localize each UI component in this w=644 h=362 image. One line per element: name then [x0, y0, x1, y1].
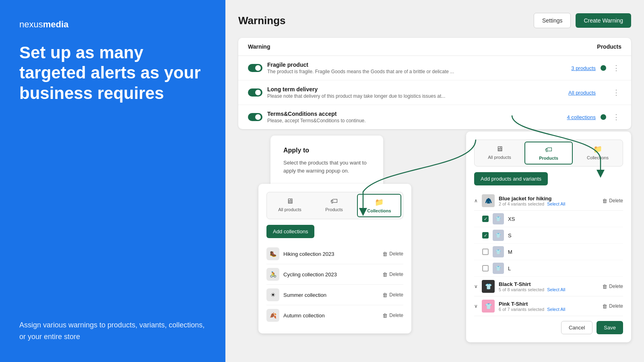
- delete-summer-button[interactable]: 🗑 Delete: [382, 292, 403, 298]
- trash-icon-jacket: 🗑: [602, 198, 607, 204]
- delete-pink-button[interactable]: 🗑 Delete: [602, 303, 623, 309]
- right-panel: Warnings Settings Create Warning Warning…: [225, 0, 644, 362]
- delete-label: Delete: [389, 313, 403, 318]
- warning-info-terms: Terms&Conditions accept Please, accept T…: [267, 111, 551, 123]
- product-item-jacket: ∧ 🧥 Blue jacket for hiking 2 of 4 varian…: [474, 191, 623, 211]
- create-warning-button[interactable]: Create Warning: [576, 13, 631, 28]
- variant-row-l: 👕 L: [474, 260, 623, 277]
- collection-name-cycling: Cycling collection 2023: [283, 272, 378, 278]
- toggle-delivery[interactable]: [248, 88, 262, 97]
- jacket-name: Blue jacket for hiking: [499, 195, 598, 202]
- delete-cycling-button[interactable]: 🗑 Delete: [382, 272, 403, 278]
- warning-desc-terms: Please, accept Terms&Conditions to conti…: [267, 118, 525, 123]
- trash-icon-pink: 🗑: [602, 303, 607, 309]
- add-collections-button[interactable]: Add collections: [266, 225, 314, 238]
- top-actions: Settings Create Warning: [534, 13, 631, 28]
- top-bar: Warnings Settings Create Warning: [238, 13, 631, 28]
- logo-bold: media: [43, 19, 69, 29]
- collection-item: 🥾 Hiking collection 2023 🗑 Delete: [266, 244, 403, 264]
- delete-pink-label: Delete: [609, 303, 623, 309]
- jacket-variants: 2 of 4 variants selected Select All: [499, 202, 598, 206]
- warning-info-fragile: Fragile product The product is fragile. …: [267, 62, 551, 74]
- delete-label: Delete: [389, 292, 403, 298]
- chevron-up-jacket[interactable]: ∧: [474, 198, 478, 204]
- sub-text: Assign various warnings to products, var…: [19, 319, 206, 343]
- trash-icon: 🗑: [382, 292, 388, 298]
- tab-all-products-prod[interactable]: 🖥 All products: [476, 142, 523, 165]
- products-col-header: Products: [597, 43, 621, 50]
- collection-name-hiking: Hiking collection 2023: [283, 251, 378, 257]
- warning-name-terms: Terms&Conditions accept: [267, 111, 551, 117]
- delete-autumn-button[interactable]: 🗑 Delete: [382, 313, 403, 319]
- collection-name-summer: Summer collection: [283, 292, 378, 298]
- variant-row-s: ✓ 👕 S: [474, 227, 623, 244]
- checkbox-s[interactable]: ✓: [482, 232, 489, 239]
- tab-products-prod[interactable]: 🏷 Products: [524, 142, 573, 165]
- tab-products-coll[interactable]: 🏷 Products: [313, 194, 355, 217]
- variant-label-m: M: [508, 249, 623, 255]
- warning-desc-fragile: The product is fragile. Fragile Goods me…: [267, 69, 525, 74]
- variant-label-l: L: [508, 265, 623, 272]
- product-item-pink-tshirt: ∨ 👕 Pink T-Shirt 6 of 7 variants selecte…: [474, 296, 623, 316]
- menu-dots-delivery[interactable]: ⋮: [611, 88, 621, 97]
- toggle-terms[interactable]: [248, 113, 262, 121]
- tab-all-products-label: All products: [278, 207, 301, 212]
- chevron-black-tshirt[interactable]: ∨: [474, 284, 478, 289]
- tab-all-products-coll[interactable]: 🖥 All products: [268, 194, 311, 217]
- products-panel: 🖥 All products 🏷 Products 📁 Collections …: [466, 132, 631, 342]
- variant-thumb-s: 👕: [493, 230, 504, 241]
- collection-icon-autumn: 🍂: [266, 309, 279, 322]
- lower-section: Apply to Select the products that you wa…: [238, 136, 631, 309]
- checkbox-m[interactable]: [482, 249, 489, 255]
- delete-black-label: Delete: [609, 284, 623, 289]
- products-link-terms[interactable]: 4 collections: [555, 114, 596, 120]
- menu-dots-fragile[interactable]: ⋮: [611, 64, 621, 72]
- products-icon-prod: 🏷: [545, 146, 552, 154]
- left-panel: nexusmedia Set up as many targeted alert…: [0, 0, 225, 362]
- collections-icon: 📁: [375, 198, 384, 207]
- select-all-black[interactable]: Select All: [547, 287, 565, 292]
- variant-row-m: 👕 M: [474, 244, 623, 260]
- logo: nexusmedia: [19, 19, 206, 30]
- delete-jacket-button[interactable]: 🗑 Delete: [602, 198, 623, 204]
- add-products-variants-button[interactable]: Add products and variants: [474, 172, 548, 185]
- toggle-fragile[interactable]: [248, 64, 262, 72]
- variant-label-s: S: [508, 232, 623, 239]
- trash-icon-black: 🗑: [602, 284, 607, 290]
- settings-button[interactable]: Settings: [534, 13, 571, 28]
- menu-dots-terms[interactable]: ⋮: [611, 113, 621, 121]
- tab-collections-label-prod: Collections: [587, 155, 609, 160]
- delete-black-button[interactable]: 🗑 Delete: [602, 284, 623, 290]
- black-tshirt-variants: 5 of 8 variants selected Select All: [499, 287, 598, 292]
- save-button[interactable]: Save: [597, 321, 623, 334]
- apply-to-title: Apply to: [283, 147, 370, 154]
- tab-products-label: Products: [325, 207, 343, 212]
- products-link-delivery[interactable]: All products: [555, 90, 596, 96]
- warnings-header: Warning Products: [238, 38, 631, 56]
- black-tshirt-info: Black T-Shirt 5 of 8 variants selected S…: [499, 281, 598, 292]
- tab-collections-coll[interactable]: 📁 Collections: [357, 194, 401, 217]
- select-all-jacket[interactable]: Select All: [547, 202, 565, 206]
- checkbox-l[interactable]: [482, 265, 489, 272]
- tab-collections-prod[interactable]: 📁 Collections: [574, 142, 621, 165]
- select-all-pink[interactable]: Select All: [547, 307, 565, 312]
- delete-label: Delete: [389, 272, 403, 277]
- warnings-card: Warning Products Fragile product The pro…: [238, 38, 631, 129]
- chevron-pink-tshirt[interactable]: ∨: [474, 303, 478, 309]
- trash-icon: 🗑: [382, 251, 388, 257]
- product-item-black-tshirt: ∨ 👕 Black T-Shirt 5 of 8 variants select…: [474, 277, 623, 296]
- pink-tshirt-thumb: 👕: [482, 300, 495, 313]
- collection-item: 🍂 Autumn collection 🗑 Delete: [266, 305, 403, 325]
- collection-name-autumn: Autumn collection: [283, 313, 378, 319]
- collection-icon-cycling: 🚴: [266, 268, 279, 281]
- cancel-button[interactable]: Cancel: [561, 321, 592, 334]
- delete-jacket-label: Delete: [609, 198, 623, 204]
- variant-thumb-m: 👕: [493, 246, 504, 257]
- variant-thumb-xs: 👕: [493, 213, 504, 224]
- checkbox-xs[interactable]: ✓: [482, 216, 489, 222]
- delete-hiking-button[interactable]: 🗑 Delete: [382, 251, 403, 257]
- page-title: Warnings: [238, 14, 285, 27]
- warning-name-fragile: Fragile product: [267, 62, 551, 68]
- products-link-fragile[interactable]: 3 products: [555, 65, 596, 71]
- jacket-thumb: 🧥: [482, 194, 495, 207]
